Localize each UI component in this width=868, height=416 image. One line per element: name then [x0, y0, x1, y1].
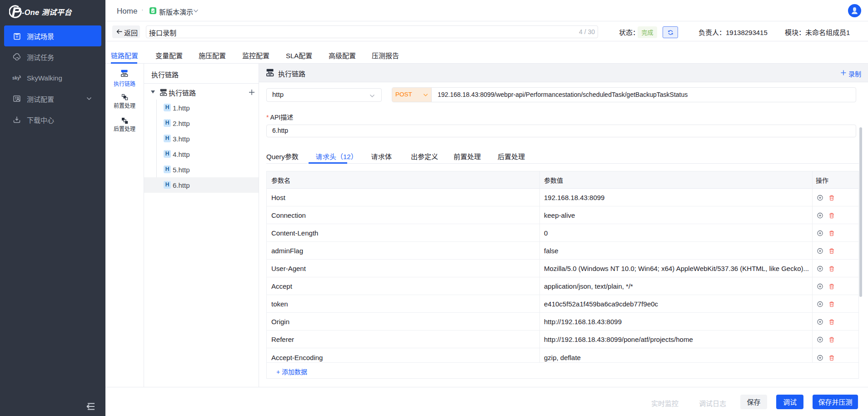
svg-text:sky: sky	[12, 75, 20, 80]
